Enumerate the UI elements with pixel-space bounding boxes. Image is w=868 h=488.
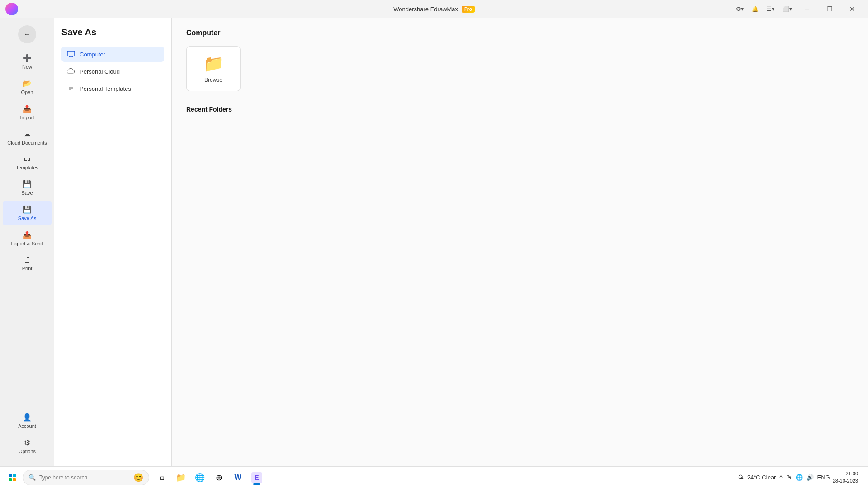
restore-button[interactable]: ❐ bbox=[819, 2, 840, 16]
nav-item-account[interactable]: 👤Account bbox=[3, 408, 52, 433]
chrome-icon: ⊕ bbox=[216, 473, 222, 483]
panel-title: Save As bbox=[61, 27, 164, 38]
folder-icon: 📁 bbox=[203, 54, 224, 73]
taskbar-app-task-view[interactable]: ⧉ bbox=[153, 469, 171, 487]
nav-item-save[interactable]: 💾Save bbox=[3, 175, 52, 200]
app-title-area: Wondershare EdrawMax Pro bbox=[393, 6, 475, 13]
chevron-icon[interactable]: ^ bbox=[779, 474, 782, 481]
start-button[interactable] bbox=[4, 469, 21, 486]
weather-text: 24°C Clear bbox=[747, 474, 776, 481]
taskbar-apps: ⧉📁🌐⊕WE bbox=[153, 469, 266, 487]
window-icon-btn[interactable]: ⬜▾ bbox=[780, 5, 795, 14]
nav-item-cloud-documents[interactable]: ☁Cloud Documents bbox=[3, 125, 52, 150]
nav-item-save-as[interactable]: 💾Save As bbox=[3, 201, 52, 225]
usb-icon: 🖱 bbox=[786, 474, 792, 481]
middle-panel: Save As ComputerPersonal CloudPersonal T… bbox=[54, 18, 172, 466]
title-bar-right: ⚙▾ 🔔 ☰▾ ⬜▾ ─ ❐ ✕ bbox=[733, 2, 863, 16]
folder-grid: 📁 Browse bbox=[186, 46, 854, 91]
taskbar-app-word[interactable]: W bbox=[229, 469, 247, 487]
nav-bottom-container: 👤Account⚙Options bbox=[0, 408, 54, 459]
minimize-button[interactable]: ─ bbox=[797, 2, 817, 16]
nav-bottom: 👤Account⚙Options bbox=[0, 408, 54, 463]
bell-icon-btn[interactable]: 🔔 bbox=[749, 5, 761, 14]
taskbar-app-edge[interactable]: 🌐 bbox=[191, 469, 209, 487]
location-item-personal-cloud[interactable]: Personal Cloud bbox=[61, 64, 164, 79]
taskbar-app-file-explorer[interactable]: 📁 bbox=[172, 469, 190, 487]
template-icon bbox=[68, 85, 74, 92]
taskbar-app-edrawmax[interactable]: E bbox=[248, 469, 266, 487]
browse-folder-card[interactable]: 📁 Browse bbox=[186, 46, 241, 91]
app-body: ← ➕New📂Open📥Import☁Cloud Documents🗂Templ… bbox=[0, 18, 868, 466]
start-icon bbox=[9, 474, 16, 481]
user-avatar[interactable] bbox=[5, 3, 18, 15]
open-icon: 📂 bbox=[23, 79, 32, 88]
nav-item-print[interactable]: 🖨Print bbox=[3, 251, 52, 276]
print-icon: 🖨 bbox=[24, 256, 31, 264]
task-view-icon: ⧉ bbox=[160, 474, 164, 482]
pro-badge: Pro bbox=[462, 6, 475, 13]
export-send-icon: 📤 bbox=[23, 230, 32, 239]
layout-icon-btn[interactable]: ☰▾ bbox=[764, 5, 777, 14]
taskbar-right: 🌤 24°C Clear ^ 🖱 🌐 🔊 ENG 21:00 28-10-202… bbox=[738, 469, 864, 486]
save-icon: 💾 bbox=[23, 180, 32, 188]
new-icon: ➕ bbox=[23, 54, 32, 62]
clock-date: 28-10-2023 bbox=[833, 478, 858, 484]
search-icon: 🔍 bbox=[28, 474, 36, 481]
edge-icon: 🌐 bbox=[195, 473, 205, 483]
taskbar-app-chrome[interactable]: ⊕ bbox=[210, 469, 228, 487]
word-icon: W bbox=[234, 474, 241, 482]
language-label: ENG bbox=[817, 474, 830, 481]
left-nav: ← ➕New📂Open📥Import☁Cloud Documents🗂Templ… bbox=[0, 18, 54, 466]
taskbar-time-area: 21:00 28-10-2023 bbox=[833, 470, 858, 484]
content-section-title: Computer bbox=[186, 29, 854, 37]
cloud-icon bbox=[67, 68, 75, 75]
nav-item-templates[interactable]: 🗂Templates bbox=[3, 150, 52, 175]
templates-icon: 🗂 bbox=[24, 155, 31, 163]
nav-item-options[interactable]: ⚙Options bbox=[3, 434, 52, 459]
import-icon: 📥 bbox=[23, 104, 32, 113]
network-icon: 🌐 bbox=[796, 474, 803, 481]
search-input[interactable] bbox=[39, 474, 130, 481]
computer-icon bbox=[67, 51, 75, 57]
save-as-icon: 💾 bbox=[23, 205, 32, 214]
nav-item-open[interactable]: 📂Open bbox=[3, 75, 52, 99]
clock-time: 21:00 bbox=[833, 470, 858, 477]
nav-items-container: ➕New📂Open📥Import☁Cloud Documents🗂Templat… bbox=[0, 49, 54, 276]
volume-icon: 🔊 bbox=[807, 474, 814, 481]
browse-label: Browse bbox=[204, 77, 222, 83]
main-content: Computer 📁 Browse Recent Folders bbox=[172, 18, 868, 466]
taskbar: 🔍 😊 ⧉📁🌐⊕WE 🌤 24°C Clear ^ 🖱 🌐 🔊 ENG 21:0… bbox=[0, 466, 868, 488]
weather-icon: 🌤 bbox=[738, 474, 744, 481]
search-avatar: 😊 bbox=[133, 473, 143, 483]
app-title: Wondershare EdrawMax bbox=[393, 6, 458, 13]
file-explorer-icon: 📁 bbox=[176, 473, 186, 483]
show-desktop-button[interactable] bbox=[861, 469, 864, 486]
cloud-documents-icon: ☁ bbox=[24, 130, 31, 138]
location-items-container: ComputerPersonal CloudPersonal Templates bbox=[61, 47, 164, 96]
account-icon: 👤 bbox=[23, 413, 32, 422]
taskbar-sys-icons: 🌤 24°C Clear ^ 🖱 🌐 🔊 ENG bbox=[738, 474, 830, 481]
nav-item-import[interactable]: 📥Import bbox=[3, 100, 52, 125]
recent-folders-title: Recent Folders bbox=[186, 106, 854, 113]
close-button[interactable]: ✕ bbox=[842, 2, 863, 16]
edrawmax-icon: E bbox=[251, 472, 262, 483]
svg-rect-0 bbox=[67, 51, 75, 56]
nav-item-new[interactable]: ➕New bbox=[3, 49, 52, 74]
settings-icon-btn[interactable]: ⚙▾ bbox=[733, 5, 746, 14]
title-bar: Wondershare EdrawMax Pro ⚙▾ 🔔 ☰▾ ⬜▾ ─ ❐ … bbox=[0, 0, 868, 18]
location-item-computer[interactable]: Computer bbox=[61, 47, 164, 62]
back-button[interactable]: ← bbox=[18, 25, 36, 43]
nav-item-export-send[interactable]: 📤Export & Send bbox=[3, 226, 52, 251]
options-icon: ⚙ bbox=[24, 438, 30, 447]
toolbar-icons: ⚙▾ 🔔 ☰▾ ⬜▾ bbox=[733, 5, 795, 14]
location-item-personal-templates[interactable]: Personal Templates bbox=[61, 81, 164, 96]
taskbar-search-box[interactable]: 🔍 😊 bbox=[23, 470, 149, 485]
